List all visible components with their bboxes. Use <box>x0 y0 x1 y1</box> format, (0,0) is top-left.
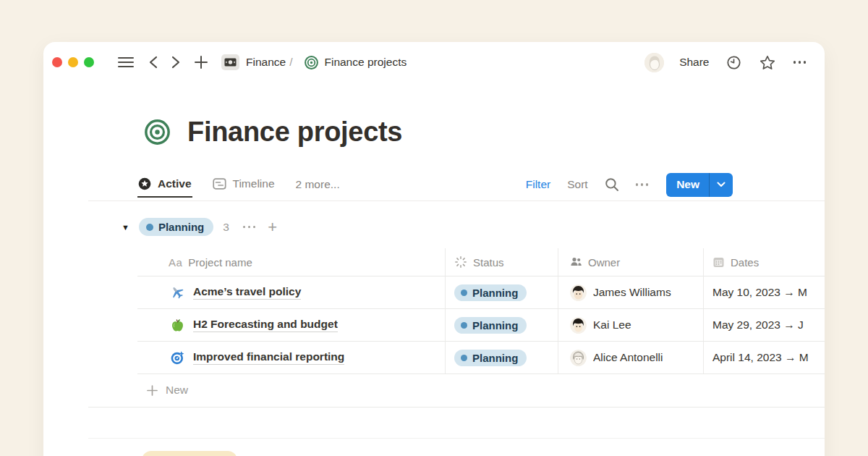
filter-button[interactable]: Filter <box>526 178 550 191</box>
page-target-icon[interactable] <box>145 119 170 145</box>
updates-clock-icon[interactable] <box>725 54 743 72</box>
sort-button[interactable]: Sort <box>567 178 587 191</box>
group-status-label: Planning <box>158 221 204 233</box>
banknote-icon <box>221 54 239 70</box>
tab-more-label: 2 more... <box>296 178 340 191</box>
view-tabs: Active Timeline 2 more... <box>137 172 341 201</box>
owner-name: James Williams <box>593 286 671 299</box>
table-header-row: Aa Project name Status <box>137 248 825 276</box>
tab-timeline[interactable]: Timeline <box>212 172 276 198</box>
column-header-status[interactable]: Status <box>446 248 558 276</box>
table-bottom-divider <box>88 407 825 408</box>
share-button[interactable]: Share <box>679 56 709 69</box>
table-row[interactable]: Acme’s travel policy Planning <box>137 276 825 309</box>
window-toolbar: Finance / Finance projects Share <box>43 42 825 83</box>
status-dot-icon <box>146 224 153 231</box>
view-more-options-icon[interactable] <box>636 183 649 186</box>
page-header: Finance projects <box>145 117 402 148</box>
status-burst-icon <box>454 256 467 269</box>
status-dot-icon <box>461 355 467 361</box>
text-type-icon: Aa <box>169 256 182 269</box>
breadcrumb-separator: / <box>289 56 292 69</box>
column-header-dates[interactable]: Dates <box>704 248 825 276</box>
status-label: Planning <box>472 287 518 299</box>
sidebar-menu-icon[interactable] <box>116 55 135 69</box>
breadcrumb-parent[interactable]: Finance <box>246 56 286 69</box>
user-avatar[interactable] <box>644 53 664 72</box>
group-header-planning: ▼ Planning 3 + <box>122 216 277 238</box>
status-dot-icon <box>461 290 467 296</box>
new-button-label: New <box>666 173 709 197</box>
tab-active[interactable]: Active <box>137 172 192 198</box>
status-label: Planning <box>472 352 518 364</box>
people-icon <box>570 256 582 268</box>
column-label: Status <box>473 256 504 269</box>
column-label: Project name <box>188 256 252 269</box>
group-status-tag[interactable]: Planning <box>139 218 213 236</box>
group-add-icon[interactable]: + <box>268 219 277 235</box>
forward-icon[interactable] <box>170 54 182 70</box>
chevron-down-icon[interactable] <box>710 173 733 197</box>
table-row[interactable]: Improved financial reporting Planning <box>137 342 825 374</box>
more-options-icon[interactable] <box>792 59 808 65</box>
notion-window: Finance / Finance projects Share <box>43 42 825 456</box>
status-tag[interactable]: Planning <box>454 317 527 334</box>
column-label: Owner <box>588 256 620 269</box>
timeline-icon <box>213 177 226 190</box>
close-window-icon[interactable] <box>52 57 62 67</box>
group-count: 3 <box>223 221 229 234</box>
column-label: Dates <box>731 256 759 269</box>
page-title: Finance projects <box>187 117 402 148</box>
status-tag[interactable]: Planning <box>454 350 527 366</box>
project-page-link[interactable]: H2 Forecasting and budget <box>193 318 338 332</box>
target-icon <box>305 56 318 69</box>
blue-target-icon <box>170 350 185 366</box>
date-range: May 29, 2023 → J <box>712 318 804 332</box>
star-badge-icon <box>138 177 151 190</box>
column-header-owner[interactable]: Owner <box>558 248 704 276</box>
minimize-window-icon[interactable] <box>68 57 78 67</box>
projects-table: Aa Project name Status <box>137 248 825 406</box>
calendar-icon <box>712 256 725 269</box>
traffic-lights <box>52 57 94 67</box>
tab-more[interactable]: 2 more... <box>295 172 341 198</box>
search-icon[interactable] <box>605 177 619 192</box>
collapse-triangle-icon[interactable]: ▼ <box>122 223 129 232</box>
new-page-plus-icon[interactable] <box>193 54 209 70</box>
section-divider <box>88 438 825 439</box>
favorite-star-icon[interactable] <box>758 54 777 72</box>
owner-name: Alice Antonelli <box>593 351 663 364</box>
project-page-link[interactable]: Acme’s travel policy <box>193 285 301 300</box>
status-label: Planning <box>472 319 518 332</box>
airplane-icon <box>170 285 185 300</box>
group-more-icon[interactable] <box>242 224 258 230</box>
owner-name: Kai Lee <box>593 318 631 332</box>
back-icon[interactable] <box>147 54 159 70</box>
status-dot-icon <box>461 322 467 329</box>
column-header-project-name[interactable]: Aa Project name <box>137 248 446 276</box>
add-row-label: New <box>166 384 188 397</box>
breadcrumb-current[interactable]: Finance projects <box>324 56 407 69</box>
breadcrumb: Finance / Finance projects <box>246 56 407 69</box>
owner-avatar <box>570 350 587 366</box>
date-range: April 14, 2023 → M <box>712 351 809 364</box>
table-row[interactable]: H2 Forecasting and budget Planning <box>137 309 825 342</box>
next-group-tag-partial[interactable] <box>142 451 237 456</box>
status-tag[interactable]: Planning <box>454 284 527 301</box>
new-button[interactable]: New <box>666 173 733 197</box>
view-controls: Filter Sort New <box>526 170 733 199</box>
add-row-button[interactable]: New <box>137 374 825 406</box>
date-range: May 10, 2023 → M <box>712 286 807 299</box>
plus-icon <box>147 385 158 396</box>
zoom-window-icon[interactable] <box>84 57 94 67</box>
tab-timeline-label: Timeline <box>233 177 275 190</box>
owner-avatar <box>570 284 587 301</box>
project-page-link[interactable]: Improved financial reporting <box>193 350 344 365</box>
owner-avatar <box>570 317 587 334</box>
green-apple-icon <box>170 318 185 333</box>
tab-active-label: Active <box>158 177 192 190</box>
